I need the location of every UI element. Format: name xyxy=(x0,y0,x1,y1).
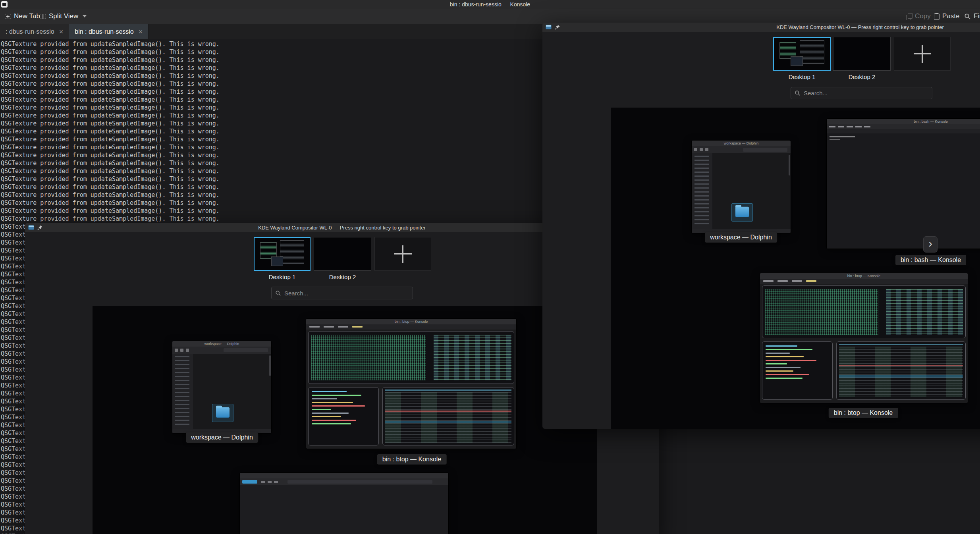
chevron-down-icon xyxy=(83,15,87,17)
process-row-red xyxy=(839,365,963,366)
thumb-titlebar: bin : btop — Konsole xyxy=(306,319,516,324)
pin-icon[interactable] xyxy=(37,225,43,231)
new-tab-icon xyxy=(5,14,11,19)
overview-search[interactable] xyxy=(271,287,413,299)
new-tab-button[interactable]: New Tab xyxy=(5,9,40,24)
find-button[interactable]: Find... xyxy=(964,9,980,24)
search-input[interactable] xyxy=(284,290,409,297)
window-thumbnail-btop[interactable]: bin : btop — Konsole xyxy=(306,319,516,449)
desktop-2-thumbnail[interactable] xyxy=(833,37,891,71)
meter-bar xyxy=(766,374,809,375)
cpu-graph xyxy=(765,289,878,335)
plus-icon xyxy=(922,45,923,63)
selected-item xyxy=(212,404,233,422)
thumb-title: bin : btop — Konsole xyxy=(395,320,428,324)
meter-bar xyxy=(766,378,803,379)
mini-window-thumbnail xyxy=(280,240,304,264)
compositor-window-front: KDE Wayland Compositor WL-0 — Press righ… xyxy=(542,23,980,429)
mini-window-thumbnail xyxy=(800,40,824,64)
thumb-titlebar: workspace — Dolphin xyxy=(692,141,791,146)
process-row-selected xyxy=(839,375,963,378)
add-desktop-button[interactable] xyxy=(374,237,431,271)
thumb-title: bin : btop — Konsole xyxy=(847,274,881,278)
process-header xyxy=(385,389,511,391)
mini-window-thumbnail xyxy=(271,256,284,266)
tab-label: bin : dbus-run-sessio xyxy=(75,28,134,35)
process-row-selected xyxy=(385,421,511,423)
meter-bar xyxy=(766,345,797,347)
search-icon xyxy=(795,90,801,96)
thumb-tabbar xyxy=(760,279,968,284)
find-label: Find... xyxy=(974,12,980,20)
window-thumbnail-bash[interactable]: bin : bash — Konsole xyxy=(827,119,980,249)
meter-bar xyxy=(766,367,801,368)
window-thumbnail-dolphin[interactable]: workspace — Dolphin xyxy=(692,141,791,233)
thumbnail-label: workspace — Dolphin xyxy=(186,432,258,443)
plus-icon xyxy=(402,245,403,263)
thumb-toolbar xyxy=(692,146,791,153)
paste-label: Paste xyxy=(942,12,959,20)
places-panel xyxy=(692,153,712,229)
folder-icon xyxy=(735,207,749,217)
meter-bar xyxy=(766,370,793,372)
overview-search[interactable] xyxy=(791,87,932,99)
paste-icon xyxy=(934,13,939,20)
close-icon[interactable]: × xyxy=(139,28,143,35)
window-thumbnail-dolphin[interactable]: workspace — Dolphin xyxy=(172,341,271,433)
meter-bar xyxy=(312,405,365,407)
chevron-right-button[interactable]: › xyxy=(923,236,938,253)
thumb-content xyxy=(827,133,980,249)
pin-icon[interactable] xyxy=(554,24,560,30)
active-tab-chip xyxy=(242,480,257,484)
btop-mem-panel xyxy=(308,387,379,445)
meter-bar xyxy=(312,402,353,403)
meter-bar xyxy=(766,349,812,350)
window-thumbnail-partial[interactable] xyxy=(240,473,448,534)
meter-bar xyxy=(312,398,337,399)
meter-bar xyxy=(312,420,356,421)
desktop-2-thumbnail[interactable] xyxy=(314,237,371,271)
add-desktop-button[interactable] xyxy=(894,37,951,71)
meter-bar xyxy=(766,363,787,364)
desktop-1-label: Desktop 1 xyxy=(254,274,311,280)
process-header xyxy=(839,344,963,345)
btop-process-panel xyxy=(836,341,966,400)
thumb-titlebar: bin : bash — Konsole xyxy=(827,119,980,124)
thumb-tabbar xyxy=(827,129,980,133)
thumb-toolbar xyxy=(240,478,448,485)
konsole-app-icon[interactable] xyxy=(1,1,8,8)
desktop-2-label: Desktop 2 xyxy=(314,274,371,280)
meter-bar xyxy=(766,360,816,361)
btop-process-panel xyxy=(382,387,514,445)
new-tab-label: New Tab xyxy=(14,12,40,20)
thumb-content xyxy=(240,485,448,534)
places-panel xyxy=(172,354,193,429)
thumb-titlebar: workspace — Dolphin xyxy=(172,341,271,347)
split-view-button[interactable]: Split View xyxy=(40,9,87,24)
meter-bar xyxy=(766,353,790,354)
tab-label: : dbus-run-sessio xyxy=(6,28,54,35)
desktop-1-thumbnail[interactable] xyxy=(254,237,311,271)
meter-bar xyxy=(312,413,349,414)
paste-button[interactable]: Paste xyxy=(934,9,959,24)
meter-bar xyxy=(312,409,331,410)
chevron-right-icon: › xyxy=(928,237,932,249)
meter-bar xyxy=(312,391,347,392)
tab-dbus-run-session-1[interactable]: : dbus-run-sessio × xyxy=(0,24,69,39)
window-thumbnail-btop[interactable]: bin : btop — Konsole xyxy=(760,273,968,403)
mini-window-thumbnail xyxy=(791,56,803,66)
desktop-1-thumbnail[interactable] xyxy=(773,37,831,71)
konsole-toolbar: New Tab Split View Copy Paste Find... xyxy=(0,9,980,24)
thumb-titlebar: bin : btop — Konsole xyxy=(760,273,968,279)
selected-item xyxy=(731,203,753,222)
tab-dbus-run-session-2[interactable]: bin : dbus-run-sessio × xyxy=(69,24,149,39)
btop-mem-panel xyxy=(762,341,833,400)
thumb-titlebar xyxy=(240,473,448,478)
process-row-red xyxy=(385,411,511,412)
address-bar xyxy=(287,480,432,484)
search-input[interactable] xyxy=(804,90,928,96)
thumb-tabbar xyxy=(306,324,516,330)
close-icon[interactable]: × xyxy=(59,28,64,35)
copy-button[interactable]: Copy xyxy=(906,9,931,24)
window-title: bin : dbus-run-sessio — Konsole xyxy=(450,1,530,8)
